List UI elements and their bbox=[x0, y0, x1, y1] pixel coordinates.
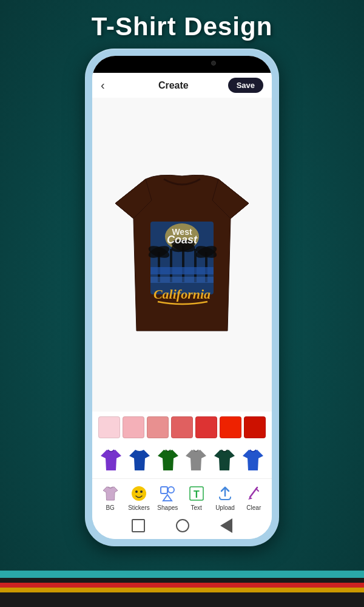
svg-point-18 bbox=[132, 486, 146, 501]
home-square bbox=[132, 519, 145, 532]
tool-text[interactable]: T Text bbox=[182, 484, 211, 511]
svg-rect-14 bbox=[150, 277, 214, 283]
nav-title: Create bbox=[158, 80, 189, 91]
color-swatch-coral[interactable] bbox=[171, 416, 193, 438]
shirt-icon bbox=[101, 484, 120, 503]
shirt-thumb-gray[interactable] bbox=[183, 444, 209, 476]
svg-point-22 bbox=[168, 487, 174, 493]
shirt-thumb-blue2[interactable] bbox=[240, 444, 266, 476]
color-swatch-lightpink[interactable] bbox=[98, 416, 120, 438]
clear-icon bbox=[244, 484, 263, 503]
svg-text:T: T bbox=[194, 489, 200, 500]
nav-bar: ‹ Create Save bbox=[92, 73, 272, 98]
phone-screen: ‹ Create Save bbox=[92, 56, 272, 539]
tool-stickers[interactable]: Stickers bbox=[124, 484, 153, 511]
tshirt-container[interactable]: West Coast California bbox=[109, 173, 255, 337]
shirt-thumb-purple[interactable] bbox=[98, 444, 124, 476]
svg-point-19 bbox=[135, 490, 138, 493]
tool-clear-label: Clear bbox=[246, 504, 261, 511]
home-back bbox=[220, 518, 232, 533]
upload-icon bbox=[215, 484, 235, 503]
camera-dot bbox=[211, 61, 216, 66]
notch bbox=[152, 56, 212, 69]
shirt-style-row bbox=[92, 441, 272, 478]
shirt-thumb-darkgreen[interactable] bbox=[212, 444, 238, 476]
save-button[interactable]: Save bbox=[228, 78, 263, 93]
color-swatch-orangered[interactable] bbox=[220, 416, 241, 438]
tshirt-canvas: West Coast California bbox=[92, 98, 272, 412]
app-title: T-Shirt Design bbox=[92, 12, 273, 41]
svg-rect-21 bbox=[161, 487, 167, 493]
svg-rect-13 bbox=[150, 267, 214, 274]
home-indicator bbox=[92, 515, 272, 539]
text-icon: T bbox=[187, 484, 206, 503]
color-swatches bbox=[92, 412, 272, 441]
color-swatch-red[interactable] bbox=[195, 416, 217, 438]
phone-frame: ‹ Create Save bbox=[85, 49, 279, 546]
background-stripes bbox=[0, 571, 364, 607]
svg-text:California: California bbox=[153, 287, 211, 302]
toolbar: BG Stickers bbox=[92, 478, 272, 515]
tool-bg[interactable]: BG bbox=[96, 484, 124, 511]
color-swatch-salmon[interactable] bbox=[147, 416, 169, 438]
home-circle bbox=[176, 519, 189, 532]
shirt-thumb-blue[interactable] bbox=[127, 444, 153, 476]
tool-clear[interactable]: Clear bbox=[240, 484, 268, 511]
tool-shapes-label: Shapes bbox=[157, 504, 178, 511]
sticker-icon bbox=[129, 484, 149, 503]
tshirt-svg: West Coast California bbox=[109, 173, 255, 337]
tool-text-label: Text bbox=[190, 504, 201, 511]
color-swatch-pink[interactable] bbox=[123, 416, 144, 438]
shapes-icon bbox=[158, 484, 177, 503]
tool-upload-label: Upload bbox=[215, 504, 235, 511]
tool-stickers-label: Stickers bbox=[128, 504, 150, 511]
tool-bg-label: BG bbox=[106, 504, 114, 511]
svg-text:Coast: Coast bbox=[167, 234, 198, 246]
back-button[interactable]: ‹ bbox=[101, 78, 119, 92]
svg-marker-23 bbox=[163, 495, 172, 501]
tool-upload[interactable]: Upload bbox=[211, 484, 239, 511]
tool-shapes[interactable]: Shapes bbox=[153, 484, 182, 511]
svg-point-20 bbox=[140, 490, 143, 493]
notch-area bbox=[92, 56, 272, 73]
shirt-thumb-green[interactable] bbox=[155, 444, 181, 476]
color-swatch-darkred[interactable] bbox=[244, 416, 266, 438]
